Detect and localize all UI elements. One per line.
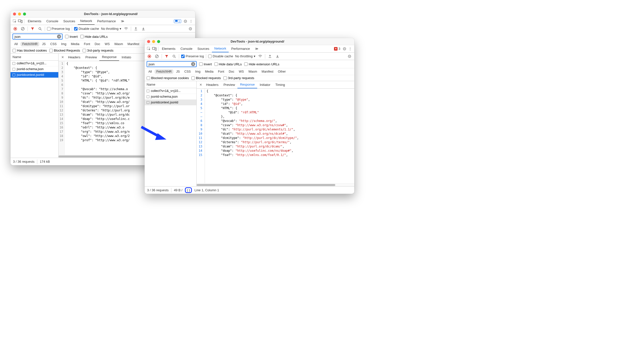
inspect-icon[interactable] (12, 19, 18, 24)
clear-filter-icon[interactable]: ✕ (191, 62, 195, 66)
preserve-log-checkbox[interactable]: Preserve log (47, 27, 70, 31)
maximize-window-icon[interactable] (157, 40, 160, 43)
response-code-view[interactable]: 12345––689101112131415 { "@context": { "… (197, 89, 354, 183)
type-pill-fetchxhr[interactable]: Fetch/XHR (155, 69, 173, 74)
type-pill-all[interactable]: All (147, 69, 154, 74)
type-pill-all[interactable]: All (13, 42, 20, 46)
pretty-print-button[interactable]: { } (185, 187, 192, 193)
type-pill-img[interactable]: Img (193, 69, 202, 74)
maximize-window-icon[interactable] (23, 13, 26, 16)
device-icon[interactable] (152, 46, 157, 52)
filter-input[interactable]: ✕ (13, 34, 63, 40)
detail-tab-initiator[interactable]: Initiator (257, 81, 273, 88)
tab-more[interactable]: ≫ (118, 18, 127, 25)
tab-elements[interactable]: Elements (159, 45, 178, 52)
minimize-window-icon[interactable] (18, 13, 21, 16)
record-icon[interactable] (147, 54, 152, 59)
type-pill-media[interactable]: Media (69, 42, 81, 46)
clear-icon[interactable] (154, 54, 160, 59)
messages-badge[interactable]: 1 (174, 20, 181, 23)
type-pill-js[interactable]: JS (40, 42, 48, 46)
detail-tab-headers[interactable]: Headers (204, 81, 221, 88)
close-window-icon[interactable] (13, 13, 16, 16)
hide-extension-urls-checkbox[interactable]: Hide extension URLs (244, 62, 279, 66)
blocked-cookies-checkbox[interactable]: Has blocked cookies (13, 49, 47, 52)
throttling-select[interactable]: No throttling ▾ (101, 27, 121, 31)
close-window-icon[interactable] (147, 40, 150, 43)
filter-input[interactable]: ✕ (147, 61, 197, 67)
disable-cache-checkbox[interactable]: Disable cache (208, 54, 233, 58)
search-icon[interactable] (171, 54, 177, 59)
type-pill-doc[interactable]: Doc (227, 69, 236, 74)
tab-network[interactable]: Network (78, 18, 95, 25)
hide-data-urls-checkbox[interactable]: Hide data URLs (214, 62, 242, 66)
gear-icon[interactable] (342, 46, 347, 52)
blocked-cookies-checkbox[interactable]: Blocked response cookies (147, 76, 189, 80)
name-column-header[interactable]: Name (11, 54, 58, 61)
tab-sources[interactable]: Sources (61, 18, 78, 25)
type-pill-ws[interactable]: WS (103, 42, 111, 46)
type-pill-other[interactable]: Other (276, 69, 287, 74)
tab-sources[interactable]: Sources (195, 45, 212, 52)
throttling-select[interactable]: No throttling ▾ (235, 54, 255, 58)
detail-tab-preview[interactable]: Preview (83, 54, 99, 61)
errors-badge[interactable]: ✕3 (334, 47, 340, 51)
type-pill-wasm[interactable]: Wasm (247, 69, 259, 74)
request-item[interactable]: collect?v=1&_v=j10... (145, 88, 196, 94)
horizontal-scrollbar[interactable] (197, 183, 354, 186)
kebab-icon[interactable]: ⋮ (188, 19, 194, 24)
type-pill-font[interactable]: Font (216, 69, 226, 74)
type-pill-manifest[interactable]: Manifest (126, 42, 141, 46)
type-pill-doc[interactable]: Doc (93, 42, 102, 46)
filter-icon[interactable] (164, 54, 169, 59)
clear-icon[interactable] (20, 26, 26, 32)
name-column-header[interactable]: Name (145, 81, 196, 88)
detail-tab-headers[interactable]: Headers (66, 54, 83, 61)
invert-checkbox[interactable]: Invert (199, 62, 212, 66)
tab-console[interactable]: Console (178, 45, 195, 52)
close-icon[interactable]: ✕ (60, 55, 66, 59)
preserve-log-checkbox[interactable]: Preserve log (181, 54, 204, 58)
inspect-icon[interactable] (146, 46, 152, 52)
disable-cache-checkbox[interactable]: Disable cache (74, 27, 99, 31)
request-item[interactable]: jsonld-schema.json (11, 66, 58, 72)
request-item[interactable]: collect?v=1&_v=j10... (11, 61, 58, 66)
type-pill-media[interactable]: Media (203, 69, 215, 74)
search-icon[interactable] (37, 26, 43, 32)
device-icon[interactable] (18, 19, 23, 24)
type-pill-wasm[interactable]: Wasm (113, 42, 125, 46)
minimize-window-icon[interactable] (152, 40, 155, 43)
request-item[interactable]: jsonldcontext.jsonld (11, 72, 58, 78)
detail-tab-initiator[interactable]: Initiato (119, 54, 134, 61)
detail-tab-timing[interactable]: Timing (273, 81, 288, 88)
wifi-icon[interactable] (257, 54, 263, 59)
request-item[interactable]: jsonld-schema.json (145, 94, 196, 100)
type-pill-img[interactable]: Img (59, 42, 68, 46)
download-icon[interactable] (275, 54, 280, 59)
gear-icon[interactable] (188, 26, 193, 32)
record-icon[interactable] (13, 26, 18, 32)
hide-data-urls-checkbox[interactable]: Hide data URLs (80, 35, 108, 39)
filter-icon[interactable] (30, 26, 35, 32)
type-pill-ws[interactable]: WS (237, 69, 245, 74)
upload-icon[interactable] (267, 54, 273, 59)
tab-performance[interactable]: Performance (229, 45, 252, 52)
clear-filter-icon[interactable]: ✕ (57, 35, 61, 39)
detail-tab-response[interactable]: Response (237, 81, 257, 88)
download-icon[interactable] (141, 26, 146, 32)
tab-elements[interactable]: Elements (25, 18, 44, 25)
detail-tab-response[interactable]: Response (99, 54, 119, 61)
third-party-checkbox[interactable]: 3rd-party requests (223, 76, 254, 80)
invert-checkbox[interactable]: Invert (65, 35, 78, 39)
third-party-checkbox[interactable]: 3rd-party requests (83, 49, 114, 52)
detail-tab-preview[interactable]: Preview (221, 81, 237, 88)
tab-network[interactable]: Network (212, 45, 229, 52)
type-pill-css[interactable]: CSS (183, 69, 193, 74)
tab-performance[interactable]: Performance (95, 18, 118, 25)
tab-more[interactable]: ≫ (252, 45, 261, 52)
gear-icon[interactable] (183, 19, 188, 24)
type-pill-js[interactable]: JS (174, 69, 182, 74)
wifi-icon[interactable] (123, 26, 129, 32)
blocked-requests-checkbox[interactable]: Blocked requests (191, 76, 221, 80)
kebab-icon[interactable]: ⋮ (347, 46, 353, 52)
